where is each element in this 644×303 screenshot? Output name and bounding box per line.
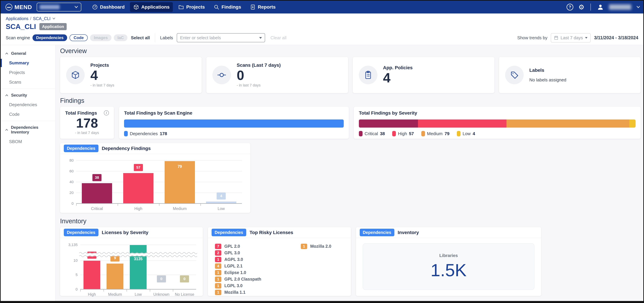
org-selector-dropdown[interactable] [37, 3, 81, 12]
app-policies-card[interactable]: App. Policies 4 [353, 57, 494, 93]
labels-input[interactable] [177, 33, 265, 42]
sidebar-item-scans[interactable]: Scans [1, 77, 55, 87]
app-window: MEND Dashboard Applications Projects Fin… [0, 0, 644, 303]
bar-value-label: 4 [217, 192, 226, 199]
total-findings-note: - in last 7 days [65, 131, 109, 135]
legend-item: Medium79 [421, 131, 450, 136]
license-item[interactable]: 1Mozilla 2.0 [301, 243, 344, 249]
x-axis-label: Low [135, 292, 142, 297]
sidebar-group-dependencies-inventory[interactable]: Dependencies Inventory [1, 123, 55, 137]
projects-card[interactable]: Projects 4 - in last 7 days [60, 57, 202, 93]
mend-logo-icon [5, 3, 13, 11]
sidebar-item-summary[interactable]: Summary [1, 58, 55, 68]
bar-high[interactable] [84, 261, 100, 289]
chevron-up-icon [5, 52, 8, 55]
bar-low[interactable] [130, 245, 146, 289]
breadcrumb-applications[interactable]: Applications [6, 16, 28, 21]
segment-high [418, 120, 506, 128]
license-item[interactable]: 2GPL 3.0 [215, 249, 282, 256]
help-icon: ? [566, 4, 573, 11]
risky-licenses-list: 7GPL 2.02GPL 3.01AGPL 3.04LGPL 2.11Eclip… [215, 243, 344, 295]
license-item[interactable]: 1Mozilla 1.1 [215, 289, 282, 295]
dependencies-badge[interactable]: Dependencies [360, 229, 394, 236]
license-count-badge: 1 [215, 290, 221, 295]
card-note: - in last 7 days [237, 83, 280, 88]
license-item[interactable]: 1LGPL 3.0 [215, 282, 282, 289]
segment-dependencies [124, 120, 344, 128]
sidebar-group-security[interactable]: Security [1, 91, 55, 100]
chevron-up-icon [5, 129, 8, 131]
dependencies-badge[interactable]: Dependencies [212, 229, 246, 236]
nav-item-projects[interactable]: Projects [175, 2, 208, 12]
bar-high[interactable] [123, 173, 154, 204]
bar-value-label: 79 [178, 164, 182, 169]
legend-swatch [457, 131, 460, 136]
license-count-badge: 1 [215, 270, 221, 275]
axis-break-wave [79, 252, 197, 257]
x-axis-label: Medium [108, 292, 122, 297]
license-count-badge: 1 [301, 244, 307, 249]
license-name: Mozilla 1.1 [224, 290, 246, 295]
chevron-down-icon[interactable] [52, 17, 56, 20]
trends-period-dropdown[interactable]: Last 7 days [551, 33, 591, 43]
license-item[interactable]: 1Eclipse 1.0 [215, 269, 282, 276]
inventory-cards: Dependencies Licenses by Severity 05103,… [60, 227, 641, 296]
card-title: Projects [90, 63, 114, 68]
total-findings-card: Total Findings i 178 - in last 7 days [60, 107, 114, 139]
engine-legend: Dependencies178 [124, 131, 344, 136]
sidebar-item-sbom[interactable]: SBOM [1, 137, 55, 146]
legend-value: 57 [409, 131, 414, 136]
chevron-down-icon[interactable] [636, 6, 640, 9]
dropdown-arrow-icon [585, 37, 588, 39]
info-icon[interactable]: i [104, 110, 109, 115]
license-item[interactable]: 1AGPL 3.0 [215, 256, 282, 263]
sidebar-divider [1, 121, 55, 121]
nav-item-dashboard[interactable]: Dashboard [89, 2, 128, 12]
labels-card[interactable]: Labels No labels assigned [499, 57, 641, 93]
bar-critical[interactable] [82, 183, 112, 204]
trend-date-range: 3/11/2024 - 3/18/2024 [594, 35, 638, 41]
card-title: Total Findings by Scan Engine [124, 110, 192, 116]
overview-heading: Overview [60, 47, 641, 55]
license-name: LGPL 3.0 [224, 283, 242, 288]
sidebar-group-label: General [11, 51, 26, 56]
labels-label: Labels [160, 35, 173, 41]
chevron-up-icon [5, 94, 8, 96]
dependencies-badge[interactable]: Dependencies [64, 145, 98, 152]
severity-legend: Critical38High57Medium79Low4 [359, 131, 636, 136]
findings-cards: Total Findings i 178 - in last 7 days To… [60, 107, 641, 139]
settings-button[interactable]: ⚙ [578, 4, 584, 11]
license-item[interactable]: 4LGPL 2.1 [215, 263, 282, 269]
nav-menu: Dashboard Applications Projects Findings… [89, 2, 279, 12]
top-navbar: MEND Dashboard Applications Projects Fin… [1, 1, 643, 14]
severity-stacked-bar[interactable] [359, 120, 636, 128]
select-all-button[interactable]: Select all [131, 35, 150, 41]
sidebar-item-code[interactable]: Code [1, 110, 55, 119]
nav-item-findings[interactable]: Findings [210, 2, 244, 12]
license-count-badge: 7 [215, 244, 221, 249]
license-count-badge: 1 [215, 283, 221, 288]
engine-pill-dependencies[interactable]: Dependencies [32, 34, 67, 41]
sidebar-group-general[interactable]: General [1, 49, 55, 58]
engine-stacked-bar[interactable] [124, 120, 344, 128]
bar-value-label: 0 [180, 275, 189, 282]
x-axis-label: Critical [91, 206, 103, 211]
help-button[interactable]: ? [566, 4, 573, 11]
breadcrumb-current[interactable]: SCA_CLI [33, 16, 50, 21]
license-item[interactable]: 7GPL 2.0 [215, 243, 282, 249]
license-item[interactable]: 1GPL 2.0 Classpath [215, 276, 282, 282]
scans-card[interactable]: Scans (Last 7 days) 0 - in last 7 days [206, 57, 348, 93]
engine-pill-code[interactable]: Code [70, 34, 88, 41]
clipboard-icon [364, 71, 373, 80]
sidebar-item-dependencies[interactable]: Dependencies [1, 100, 55, 110]
nav-item-applications[interactable]: Applications [130, 2, 173, 12]
nav-item-reports[interactable]: Reports [246, 2, 279, 12]
sidebar-item-projects[interactable]: Projects [1, 68, 55, 77]
bar-medium[interactable] [106, 263, 124, 289]
user-avatar-icon[interactable] [597, 4, 604, 11]
clear-all-button: Clear all [270, 35, 286, 41]
mend-logo[interactable]: MEND [5, 3, 32, 11]
dropdown-arrow-icon[interactable] [259, 37, 262, 39]
dependencies-badge[interactable]: Dependencies [64, 229, 98, 236]
license-name: Mozilla 2.0 [310, 244, 331, 249]
